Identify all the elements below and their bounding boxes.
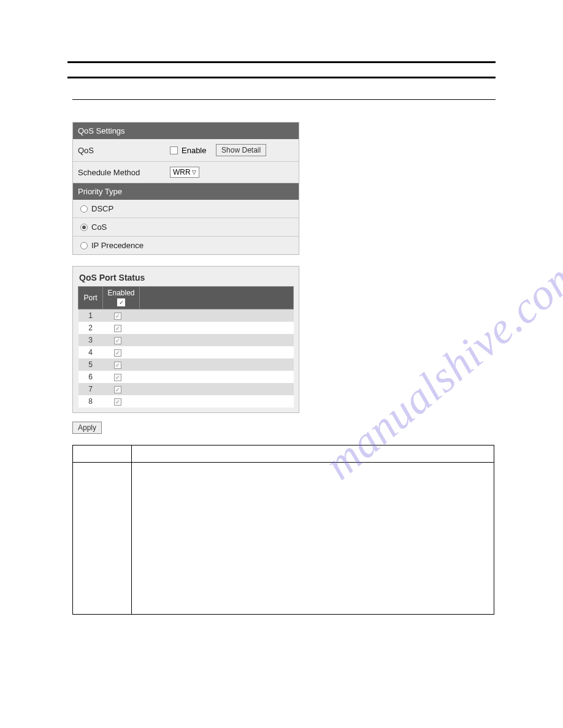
port-enabled-cell: ✓ (103, 309, 140, 322)
port-number: 8 (79, 395, 103, 408)
port-number: 1 (79, 309, 103, 322)
port-number: 3 (79, 334, 103, 346)
qos-settings-panel: QoS Settings QoS Enable Show Detail Sche… (72, 122, 299, 255)
priority-cos-row[interactable]: CoS (73, 218, 299, 237)
radio-ip-precedence[interactable] (80, 242, 88, 249)
port-enabled-checkbox[interactable]: ✓ (114, 349, 121, 357)
port-enabled-cell: ✓ (103, 334, 140, 346)
table-row: 3✓ (79, 334, 294, 346)
enabled-header-checkbox[interactable]: ✓ (117, 298, 125, 306)
schedule-method-select[interactable]: WRR ▽ (170, 167, 199, 178)
enable-label: Enable (182, 146, 206, 155)
port-enabled-checkbox[interactable]: ✓ (114, 337, 121, 344)
col-header-port: Port (79, 287, 103, 309)
radio-cos[interactable] (80, 224, 88, 231)
port-enabled-checkbox[interactable]: ✓ (114, 325, 121, 332)
table-row: 5✓ (79, 358, 294, 371)
port-status-table: Port Enabled ✓ 1✓2✓3✓4✓5✓6✓7✓8✓ (78, 286, 294, 408)
port-enabled-cell: ✓ (103, 346, 140, 358)
info-cell-2 (132, 463, 494, 615)
schedule-method-row: Schedule Method WRR ▽ (73, 162, 299, 183)
info-cell-1 (73, 463, 132, 615)
qos-enable-checkbox[interactable] (170, 146, 178, 154)
info-table (72, 445, 494, 615)
table-row: 1✓ (79, 309, 294, 322)
show-detail-button[interactable]: Show Detail (216, 144, 266, 156)
port-number: 5 (79, 358, 103, 371)
port-enabled-cell: ✓ (103, 322, 140, 334)
info-header-2 (132, 446, 494, 463)
qos-enable-row: QoS Enable Show Detail (73, 139, 299, 162)
port-enabled-cell: ✓ (103, 395, 140, 408)
port-row-spacer (140, 322, 294, 334)
port-enabled-cell: ✓ (103, 371, 140, 383)
divider-top-3 (72, 99, 496, 100)
port-number: 4 (79, 346, 103, 358)
dscp-label: DSCP (91, 204, 113, 213)
qos-label: QoS (78, 146, 170, 155)
col-header-spacer (140, 287, 294, 309)
port-number: 7 (79, 383, 103, 395)
port-enabled-checkbox[interactable]: ✓ (114, 374, 121, 381)
cos-label: CoS (91, 222, 107, 232)
port-row-spacer (140, 309, 294, 322)
qos-port-status-title: QoS Port Status (78, 271, 294, 286)
table-row: 8✓ (79, 395, 294, 408)
divider-top-1 (67, 61, 496, 63)
divider-top-2 (67, 77, 496, 78)
apply-button[interactable]: Apply (72, 422, 102, 434)
table-row: 2✓ (79, 322, 294, 334)
table-row: 7✓ (79, 383, 294, 395)
schedule-method-label: Schedule Method (78, 168, 170, 177)
port-enabled-checkbox[interactable]: ✓ (114, 398, 121, 406)
qos-settings-header: QoS Settings (73, 123, 299, 139)
port-row-spacer (140, 383, 294, 395)
port-row-spacer (140, 395, 294, 408)
priority-ip-row[interactable]: IP Precedence (73, 237, 299, 254)
port-enabled-cell: ✓ (103, 383, 140, 395)
priority-dscp-row[interactable]: DSCP (73, 200, 299, 218)
col-header-enabled: Enabled ✓ (103, 287, 140, 309)
enabled-header-label: Enabled (107, 289, 134, 297)
port-row-spacer (140, 334, 294, 346)
ip-precedence-label: IP Precedence (91, 241, 144, 250)
radio-dscp[interactable] (80, 205, 88, 213)
table-row: 4✓ (79, 346, 294, 358)
port-enabled-checkbox[interactable]: ✓ (114, 362, 121, 369)
info-header-1 (73, 446, 132, 463)
priority-type-header: Priority Type (73, 183, 299, 200)
table-row: 6✓ (79, 371, 294, 383)
port-enabled-cell: ✓ (103, 358, 140, 371)
qos-port-status-panel: QoS Port Status Port Enabled ✓ 1✓2✓3✓4✓5… (72, 266, 299, 413)
schedule-method-value: WRR (173, 168, 191, 176)
port-enabled-checkbox[interactable]: ✓ (114, 386, 121, 393)
port-enabled-checkbox[interactable]: ✓ (114, 313, 121, 320)
port-row-spacer (140, 358, 294, 371)
port-row-spacer (140, 346, 294, 358)
port-row-spacer (140, 371, 294, 383)
port-number: 2 (79, 322, 103, 334)
port-number: 6 (79, 371, 103, 383)
chevron-down-icon: ▽ (192, 169, 196, 175)
